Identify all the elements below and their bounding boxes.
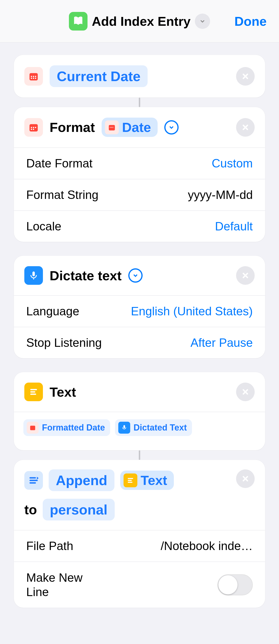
done-button[interactable]: Done xyxy=(234,14,266,28)
delete-action-button[interactable] xyxy=(236,382,255,401)
format-input-date-token[interactable]: Date xyxy=(102,118,158,137)
param-make-new-line: Make New Line xyxy=(14,562,265,608)
append-word-token[interactable]: Append xyxy=(49,470,114,491)
microphone-icon xyxy=(24,266,43,285)
svg-rect-21 xyxy=(30,394,36,395)
svg-rect-3 xyxy=(35,76,36,77)
calendar-icon xyxy=(105,120,119,134)
formatted-date-token[interactable]: Formatted Date xyxy=(23,419,110,436)
collapse-toggle[interactable] xyxy=(164,120,178,134)
param-stop-listening[interactable]: Stop Listening After Pause xyxy=(14,327,265,358)
text-content-field[interactable]: Formatted Date Dictated Text xyxy=(14,412,265,450)
delete-action-button[interactable] xyxy=(236,266,255,285)
append-file-icon xyxy=(24,471,43,490)
svg-rect-20 xyxy=(30,391,35,392)
delete-action-button[interactable] xyxy=(236,67,255,86)
svg-rect-24 xyxy=(30,477,36,478)
append-destination-token[interactable]: personal xyxy=(43,499,115,520)
svg-rect-16 xyxy=(112,127,113,128)
svg-rect-17 xyxy=(32,272,35,276)
param-file-path[interactable]: File Path /Notebook inde… xyxy=(14,530,265,562)
format-title: Format xyxy=(50,120,95,135)
make-new-line-toggle[interactable] xyxy=(218,574,253,595)
text-icon xyxy=(24,382,43,401)
param-date-format[interactable]: Date Format Custom xyxy=(14,148,265,179)
svg-rect-26 xyxy=(30,482,36,484)
svg-rect-29 xyxy=(128,480,132,480)
svg-rect-5 xyxy=(33,78,34,79)
text-icon xyxy=(124,474,137,487)
append-to-label: to xyxy=(24,502,37,517)
action-current-date: Current Date xyxy=(14,55,265,98)
svg-rect-19 xyxy=(30,389,37,390)
shortcut-title-group[interactable]: Add Index Entry xyxy=(69,12,210,30)
svg-rect-30 xyxy=(128,482,132,482)
dictated-text-token[interactable]: Dictated Text xyxy=(115,419,192,436)
shortcut-title: Add Index Entry xyxy=(92,14,190,28)
svg-rect-9 xyxy=(33,127,34,128)
svg-rect-6 xyxy=(35,78,36,79)
dictate-title: Dictate text xyxy=(50,268,122,283)
svg-rect-23 xyxy=(124,425,125,428)
microphone-icon xyxy=(118,422,130,434)
calendar-icon xyxy=(27,422,39,434)
editor-header: Add Index Entry Done xyxy=(0,0,279,42)
svg-rect-28 xyxy=(128,478,133,479)
delete-action-button[interactable] xyxy=(236,470,255,488)
action-format-date: Format Date Date Format Custom Format St… xyxy=(14,107,265,242)
param-language[interactable]: Language English (United States) xyxy=(14,295,265,327)
calendar-icon xyxy=(24,67,43,86)
current-date-token[interactable]: Current Date xyxy=(50,65,148,87)
svg-rect-1 xyxy=(31,76,32,77)
text-title: Text xyxy=(50,384,76,400)
svg-rect-8 xyxy=(31,127,32,128)
append-text-input-token[interactable]: Text xyxy=(120,470,174,490)
svg-rect-12 xyxy=(33,128,34,130)
svg-rect-15 xyxy=(111,127,112,128)
connector xyxy=(14,450,265,460)
connector xyxy=(14,98,265,107)
calendar-icon xyxy=(24,118,43,137)
svg-rect-14 xyxy=(110,127,110,128)
param-locale[interactable]: Locale Default xyxy=(14,210,265,242)
collapse-toggle[interactable] xyxy=(128,268,142,283)
book-icon xyxy=(69,12,88,30)
param-format-string[interactable]: Format String yyyy-MM-dd xyxy=(14,179,265,210)
svg-marker-27 xyxy=(37,476,39,480)
action-append-file: Append Text to personal File Path /Noteb… xyxy=(14,460,265,608)
svg-rect-10 xyxy=(35,127,36,128)
svg-rect-11 xyxy=(31,128,32,130)
svg-rect-25 xyxy=(30,480,38,481)
svg-rect-4 xyxy=(31,78,32,79)
delete-action-button[interactable] xyxy=(236,118,255,137)
action-dictate-text: Dictate text Language English (United St… xyxy=(14,256,265,358)
title-chevron-icon[interactable] xyxy=(195,14,210,29)
svg-rect-22 xyxy=(30,426,35,430)
svg-rect-2 xyxy=(33,76,34,77)
action-text: Text Formatted Date Dictated Text xyxy=(14,372,265,450)
